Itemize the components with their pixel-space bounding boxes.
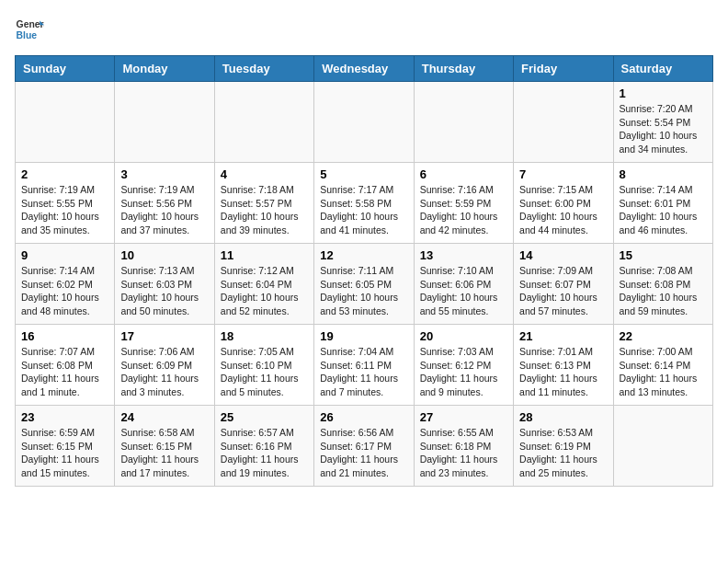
calendar-cell: 9Sunrise: 7:14 AM Sunset: 6:02 PM Daylig… [16, 244, 115, 325]
day-info: Sunrise: 6:58 AM Sunset: 6:15 PM Dayligh… [120, 426, 208, 480]
calendar-cell: 2Sunrise: 7:19 AM Sunset: 5:55 PM Daylig… [16, 163, 115, 244]
calendar-week-2: 2Sunrise: 7:19 AM Sunset: 5:55 PM Daylig… [16, 163, 713, 244]
day-info: Sunrise: 7:12 AM Sunset: 6:04 PM Dayligh… [221, 264, 308, 318]
day-number: 2 [21, 167, 108, 181]
calendar-cell: 1Sunrise: 7:20 AM Sunset: 5:54 PM Daylig… [613, 82, 712, 163]
day-info: Sunrise: 7:09 AM Sunset: 6:07 PM Dayligh… [519, 264, 607, 318]
day-number: 19 [320, 329, 407, 343]
logo-icon: General Blue [15, 15, 44, 44]
day-info: Sunrise: 6:57 AM Sunset: 6:16 PM Dayligh… [221, 426, 308, 480]
calendar-cell: 3Sunrise: 7:19 AM Sunset: 5:56 PM Daylig… [115, 163, 214, 244]
day-number: 3 [120, 167, 208, 181]
day-number: 10 [120, 248, 208, 262]
day-number: 16 [21, 329, 108, 343]
day-info: Sunrise: 7:16 AM Sunset: 5:59 PM Dayligh… [420, 183, 507, 237]
day-info: Sunrise: 7:14 AM Sunset: 6:01 PM Dayligh… [620, 183, 707, 237]
day-info: Sunrise: 7:11 AM Sunset: 6:05 PM Dayligh… [320, 264, 407, 318]
day-number: 4 [221, 167, 308, 181]
calendar-cell: 18Sunrise: 7:05 AM Sunset: 6:10 PM Dayli… [214, 325, 313, 406]
calendar-cell: 13Sunrise: 7:10 AM Sunset: 6:06 PM Dayli… [414, 244, 513, 325]
calendar-cell [214, 82, 313, 163]
page-header: General Blue [15, 15, 713, 44]
calendar-cell [613, 406, 712, 487]
day-number: 22 [620, 329, 707, 343]
svg-text:Blue: Blue [17, 30, 38, 40]
calendar-cell: 26Sunrise: 6:56 AM Sunset: 6:17 PM Dayli… [314, 406, 414, 487]
day-number: 13 [420, 248, 507, 262]
day-info: Sunrise: 7:15 AM Sunset: 6:00 PM Dayligh… [519, 183, 607, 237]
calendar-week-3: 9Sunrise: 7:14 AM Sunset: 6:02 PM Daylig… [16, 244, 713, 325]
day-info: Sunrise: 7:19 AM Sunset: 5:55 PM Dayligh… [21, 183, 108, 237]
calendar-table: SundayMondayTuesdayWednesdayThursdayFrid… [15, 55, 713, 487]
calendar-header-row: SundayMondayTuesdayWednesdayThursdayFrid… [16, 56, 713, 82]
col-header-monday: Monday [115, 56, 214, 82]
col-header-wednesday: Wednesday [314, 56, 414, 82]
col-header-saturday: Saturday [613, 56, 712, 82]
col-header-tuesday: Tuesday [214, 56, 313, 82]
day-info: Sunrise: 6:53 AM Sunset: 6:19 PM Dayligh… [519, 426, 607, 480]
calendar-cell: 4Sunrise: 7:18 AM Sunset: 5:57 PM Daylig… [214, 163, 313, 244]
calendar-cell: 11Sunrise: 7:12 AM Sunset: 6:04 PM Dayli… [214, 244, 313, 325]
day-number: 26 [320, 410, 407, 424]
day-number: 5 [320, 167, 407, 181]
calendar-cell: 23Sunrise: 6:59 AM Sunset: 6:15 PM Dayli… [16, 406, 115, 487]
logo: General Blue [15, 15, 44, 44]
day-number: 27 [420, 410, 507, 424]
calendar-week-5: 23Sunrise: 6:59 AM Sunset: 6:15 PM Dayli… [16, 406, 713, 487]
col-header-sunday: Sunday [16, 56, 115, 82]
calendar-cell: 17Sunrise: 7:06 AM Sunset: 6:09 PM Dayli… [115, 325, 214, 406]
day-number: 15 [620, 248, 707, 262]
calendar-cell: 16Sunrise: 7:07 AM Sunset: 6:08 PM Dayli… [16, 325, 115, 406]
day-info: Sunrise: 7:04 AM Sunset: 6:11 PM Dayligh… [320, 345, 407, 399]
calendar-week-4: 16Sunrise: 7:07 AM Sunset: 6:08 PM Dayli… [16, 325, 713, 406]
calendar-week-1: 1Sunrise: 7:20 AM Sunset: 5:54 PM Daylig… [16, 82, 713, 163]
day-info: Sunrise: 6:55 AM Sunset: 6:18 PM Dayligh… [420, 426, 507, 480]
day-number: 1 [620, 86, 707, 100]
day-info: Sunrise: 7:14 AM Sunset: 6:02 PM Dayligh… [21, 264, 108, 318]
calendar-cell: 28Sunrise: 6:53 AM Sunset: 6:19 PM Dayli… [514, 406, 613, 487]
calendar-cell: 10Sunrise: 7:13 AM Sunset: 6:03 PM Dayli… [115, 244, 214, 325]
day-number: 24 [120, 410, 208, 424]
calendar-cell: 15Sunrise: 7:08 AM Sunset: 6:08 PM Dayli… [613, 244, 712, 325]
calendar-cell: 25Sunrise: 6:57 AM Sunset: 6:16 PM Dayli… [214, 406, 313, 487]
calendar-cell: 21Sunrise: 7:01 AM Sunset: 6:13 PM Dayli… [514, 325, 613, 406]
calendar-cell [115, 82, 214, 163]
calendar-cell: 19Sunrise: 7:04 AM Sunset: 6:11 PM Dayli… [314, 325, 414, 406]
calendar-cell [314, 82, 414, 163]
calendar-cell [514, 82, 613, 163]
day-number: 7 [519, 167, 607, 181]
day-info: Sunrise: 6:56 AM Sunset: 6:17 PM Dayligh… [320, 426, 407, 480]
day-info: Sunrise: 7:00 AM Sunset: 6:14 PM Dayligh… [620, 345, 707, 399]
day-number: 20 [420, 329, 507, 343]
day-number: 23 [21, 410, 108, 424]
day-number: 12 [320, 248, 407, 262]
day-info: Sunrise: 7:07 AM Sunset: 6:08 PM Dayligh… [21, 345, 108, 399]
day-info: Sunrise: 7:10 AM Sunset: 6:06 PM Dayligh… [420, 264, 507, 318]
day-info: Sunrise: 7:08 AM Sunset: 6:08 PM Dayligh… [620, 264, 707, 318]
day-info: Sunrise: 7:03 AM Sunset: 6:12 PM Dayligh… [420, 345, 507, 399]
day-info: Sunrise: 7:13 AM Sunset: 6:03 PM Dayligh… [120, 264, 208, 318]
calendar-cell: 8Sunrise: 7:14 AM Sunset: 6:01 PM Daylig… [613, 163, 712, 244]
day-number: 9 [21, 248, 108, 262]
calendar-cell: 12Sunrise: 7:11 AM Sunset: 6:05 PM Dayli… [314, 244, 414, 325]
calendar-cell: 24Sunrise: 6:58 AM Sunset: 6:15 PM Dayli… [115, 406, 214, 487]
calendar-cell [414, 82, 513, 163]
day-info: Sunrise: 7:18 AM Sunset: 5:57 PM Dayligh… [221, 183, 308, 237]
day-info: Sunrise: 7:06 AM Sunset: 6:09 PM Dayligh… [120, 345, 208, 399]
calendar-cell: 20Sunrise: 7:03 AM Sunset: 6:12 PM Dayli… [414, 325, 513, 406]
day-info: Sunrise: 7:17 AM Sunset: 5:58 PM Dayligh… [320, 183, 407, 237]
day-number: 14 [519, 248, 607, 262]
day-number: 8 [620, 167, 707, 181]
day-info: Sunrise: 7:01 AM Sunset: 6:13 PM Dayligh… [519, 345, 607, 399]
day-info: Sunrise: 6:59 AM Sunset: 6:15 PM Dayligh… [21, 426, 108, 480]
calendar-cell: 22Sunrise: 7:00 AM Sunset: 6:14 PM Dayli… [613, 325, 712, 406]
col-header-thursday: Thursday [414, 56, 513, 82]
day-info: Sunrise: 7:05 AM Sunset: 6:10 PM Dayligh… [221, 345, 308, 399]
day-number: 25 [221, 410, 308, 424]
col-header-friday: Friday [514, 56, 613, 82]
day-number: 6 [420, 167, 507, 181]
calendar-cell: 7Sunrise: 7:15 AM Sunset: 6:00 PM Daylig… [514, 163, 613, 244]
calendar-cell: 27Sunrise: 6:55 AM Sunset: 6:18 PM Dayli… [414, 406, 513, 487]
calendar-cell: 6Sunrise: 7:16 AM Sunset: 5:59 PM Daylig… [414, 163, 513, 244]
day-number: 18 [221, 329, 308, 343]
